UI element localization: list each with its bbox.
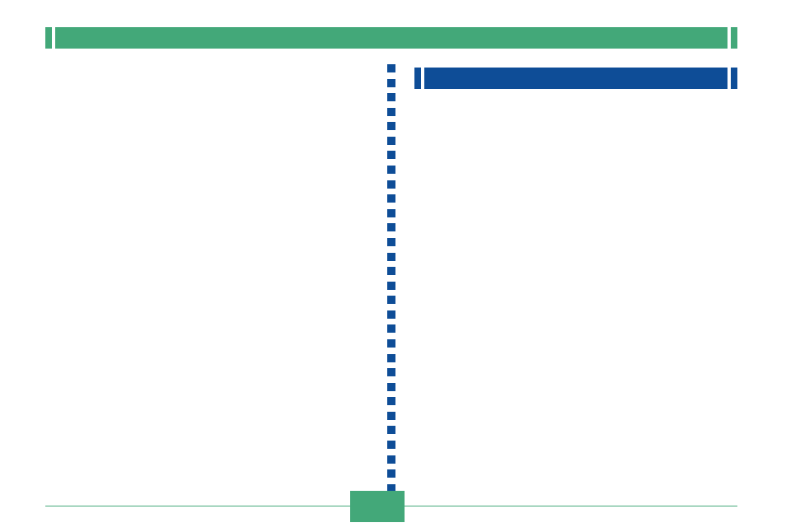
divider-dot xyxy=(387,296,395,304)
divider-dot xyxy=(387,324,395,333)
subheader-left-notch xyxy=(414,68,421,89)
subheader-main xyxy=(424,68,728,89)
divider-dot xyxy=(387,441,395,449)
divider-dot xyxy=(387,209,395,217)
subheader-bar xyxy=(414,68,737,89)
divider-dot xyxy=(387,253,395,261)
divider-dot xyxy=(387,122,395,130)
divider-dot xyxy=(387,238,395,246)
divider-dot xyxy=(387,469,395,478)
divider-dot xyxy=(387,223,395,231)
subheader-right-notch xyxy=(731,68,737,89)
divider-dot xyxy=(387,397,395,405)
divider-dot xyxy=(387,166,395,174)
divider-dot xyxy=(387,194,395,203)
divider-dot xyxy=(387,282,395,290)
divider-dot xyxy=(387,310,395,319)
bottom-rectangle xyxy=(350,491,405,522)
divider-dot xyxy=(387,79,395,87)
divider-dot xyxy=(387,368,395,376)
divider-dot xyxy=(387,383,395,391)
divider-dot xyxy=(387,354,395,362)
divider-dot xyxy=(387,412,395,420)
vertical-divider-dotted xyxy=(387,64,395,492)
divider-dot xyxy=(387,108,395,116)
divider-dot xyxy=(387,137,395,145)
divider-dot xyxy=(387,151,395,159)
divider-dot xyxy=(387,267,395,275)
header-left-notch xyxy=(45,27,52,49)
divider-dot xyxy=(387,180,395,189)
header-bar xyxy=(45,27,737,49)
divider-dot xyxy=(387,426,395,434)
header-right-notch xyxy=(731,27,737,49)
divider-dot xyxy=(387,455,395,464)
divider-dot xyxy=(387,93,395,101)
divider-dot xyxy=(387,339,395,348)
header-main xyxy=(55,27,728,49)
divider-dot xyxy=(387,64,395,72)
